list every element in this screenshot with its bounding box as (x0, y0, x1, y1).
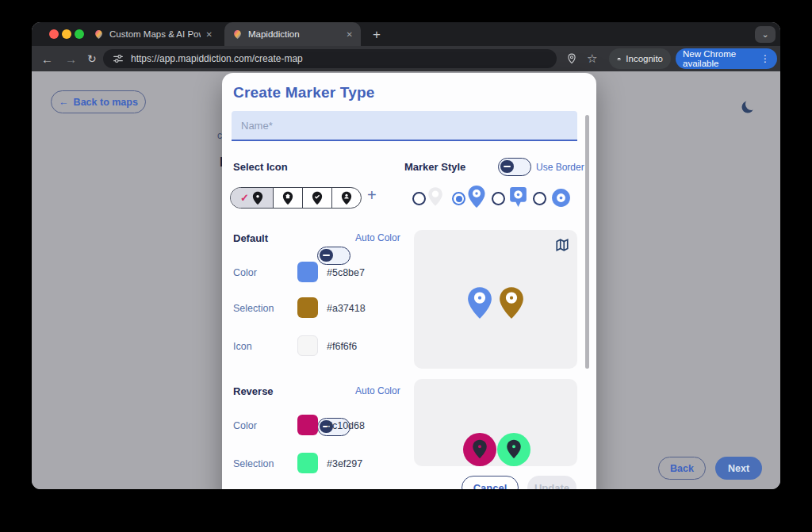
style-radio-circle[interactable] (533, 192, 546, 205)
default-color-label: Color (233, 267, 257, 278)
site-settings-icon[interactable] (113, 53, 124, 64)
tab-custom-maps[interactable]: Custom Maps & AI Powered W ✕ (86, 22, 220, 46)
default-color-marker (466, 285, 493, 320)
reverse-color-swatch[interactable] (297, 415, 318, 435)
use-border-toggle[interactable] (498, 158, 531, 176)
close-tab-icon[interactable]: ✕ (206, 30, 213, 39)
incognito-label: Incognito (626, 54, 663, 63)
style-radio-teardrop[interactable] (452, 192, 465, 205)
default-color-hex: #5c8be7 (327, 267, 365, 278)
reverse-selection-label: Selection (233, 458, 274, 469)
back-icon[interactable]: ← (41, 46, 53, 71)
tab-title: Mapiddiction (248, 29, 341, 39)
reverse-color-hex: #c10d68 (327, 420, 365, 431)
default-color-swatch[interactable] (297, 262, 318, 282)
reload-icon[interactable]: ↻ (87, 46, 97, 71)
map-icon[interactable] (555, 238, 569, 252)
default-icon-label: Icon (233, 341, 252, 352)
reverse-auto-color-label: Auto Color (355, 385, 400, 396)
pin-check-icon (312, 191, 323, 205)
new-chrome-available-button[interactable]: New Chrome available ⋮ (676, 48, 777, 69)
default-auto-color-label: Auto Color (355, 232, 400, 243)
selected-check-icon: ✓ (240, 192, 249, 204)
update-button[interactable]: Update (527, 476, 576, 489)
add-icon-button[interactable]: + (367, 186, 377, 205)
mapiddiction-favicon (94, 29, 104, 40)
new-tab-button[interactable]: + (368, 26, 385, 44)
incognito-icon (617, 55, 621, 63)
forward-icon[interactable]: → (65, 46, 77, 71)
incognito-badge: Incognito (609, 48, 671, 69)
url-text: https://app.mapiddiction.com/create-map (131, 53, 303, 64)
icon-select-strip: ✓ (230, 187, 362, 209)
browser-window: Custom Maps & AI Powered W ✕ Mapiddictio… (32, 22, 780, 489)
close-window-button[interactable] (49, 29, 59, 39)
reverse-color-label: Color (233, 420, 257, 431)
default-marker-preview (414, 230, 577, 369)
bookmark-star-icon[interactable]: ☆ (587, 46, 597, 71)
default-icon-hex: #f6f6f6 (327, 341, 357, 352)
marker-style-circle[interactable] (551, 188, 571, 208)
use-border-label: Use Border (536, 162, 584, 173)
pin-dot-icon (252, 191, 263, 205)
back-to-maps-button[interactable]: ← Back to maps (51, 90, 146, 113)
style-radio-square[interactable] (492, 192, 505, 205)
select-icon-label: Select Icon (233, 161, 288, 173)
toggle-knob (320, 249, 333, 262)
more-menu-icon[interactable]: ⋮ (760, 53, 770, 64)
back-button[interactable]: Back (658, 457, 706, 480)
marker-style-teardrop[interactable] (467, 185, 486, 209)
tab-mapiddiction[interactable]: Mapiddiction ✕ (224, 22, 361, 46)
toggle-knob (500, 160, 514, 174)
tab-strip: Custom Maps & AI Powered W ✕ Mapiddictio… (32, 22, 780, 46)
default-section-label: Default (233, 232, 268, 244)
reverse-selection-marker (497, 433, 530, 466)
marker-style-label: Marker Style (404, 161, 465, 173)
new-chrome-label: New Chrome available (683, 49, 756, 68)
chevron-down-icon[interactable]: ⌄ (755, 26, 776, 43)
icon-option-check[interactable] (302, 188, 331, 208)
back-arrow-icon: ← (59, 97, 69, 108)
next-label: Next (728, 463, 749, 474)
icon-option-home[interactable] (273, 188, 302, 208)
minimize-window-button[interactable] (62, 29, 71, 39)
dark-pin-icon (472, 439, 488, 459)
pin-home-icon (282, 191, 293, 205)
name-input[interactable] (232, 111, 577, 141)
update-label: Update (534, 482, 569, 490)
maximize-window-button[interactable] (75, 29, 84, 39)
default-selection-label: Selection (233, 303, 274, 314)
close-tab-icon[interactable]: ✕ (347, 30, 353, 39)
mapiddiction-favicon (232, 29, 243, 40)
reverse-section-label: Reverse (233, 385, 274, 397)
modal-title: Create Marker Type (233, 84, 375, 101)
reverse-marker-preview (414, 379, 577, 466)
location-icon[interactable] (566, 46, 577, 71)
default-selection-swatch[interactable] (297, 297, 318, 318)
back-label: Back (670, 463, 694, 474)
icon-option-person[interactable] (331, 188, 361, 208)
dark-pin-icon (506, 439, 522, 459)
default-selection-marker (498, 285, 525, 320)
reverse-selection-swatch[interactable] (297, 453, 318, 473)
cancel-button[interactable]: Cancel (462, 476, 519, 489)
marker-style-ghost (427, 186, 443, 207)
reverse-selection-hex: #3ef297 (327, 458, 362, 469)
reverse-color-marker (463, 433, 496, 466)
pin-person-icon (341, 191, 352, 205)
marker-style-square[interactable] (508, 186, 528, 209)
browser-toolbar: ← → ↻ https://app.mapiddiction.com/creat… (32, 46, 780, 71)
create-marker-type-modal: Create Marker Type Select Icon Marker St… (222, 73, 596, 489)
tab-title: Custom Maps & AI Powered W (109, 29, 201, 39)
next-button[interactable]: Next (715, 457, 762, 480)
cancel-label: Cancel (473, 482, 508, 490)
default-icon-swatch[interactable] (297, 335, 318, 356)
default-auto-color-toggle[interactable] (317, 247, 350, 265)
back-to-maps-label: Back to maps (74, 97, 138, 108)
address-bar[interactable]: https://app.mapiddiction.com/create-map (103, 49, 557, 68)
style-radio-none[interactable] (412, 192, 426, 205)
modal-scrollbar[interactable] (585, 115, 589, 369)
icon-option-pin-selected[interactable]: ✓ (231, 188, 273, 208)
dark-mode-moon-icon[interactable] (745, 98, 757, 110)
default-selection-hex: #a37418 (327, 303, 366, 314)
